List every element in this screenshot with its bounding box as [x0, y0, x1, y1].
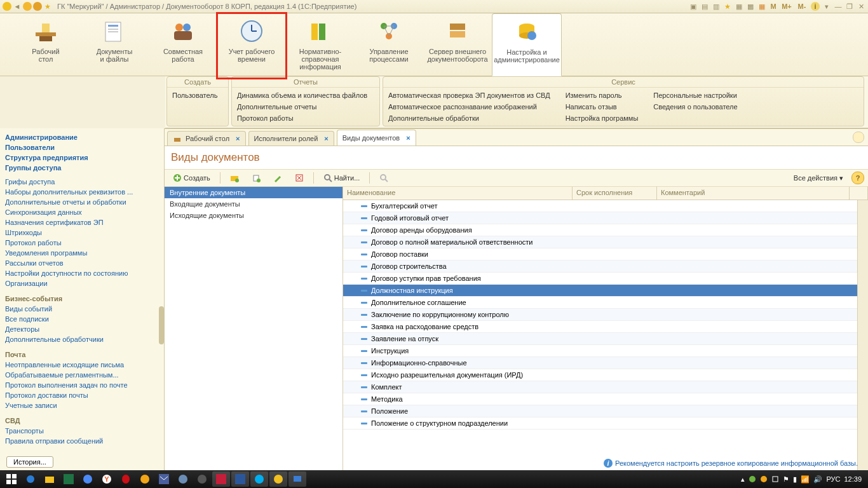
task-app1[interactable]: [174, 471, 192, 487]
grid-row[interactable]: Комплект: [343, 381, 868, 393]
calc-icon[interactable]: ▩: [746, 2, 755, 11]
ribbon-report-dynamics[interactable]: Динамика объема и количества файлов: [237, 90, 367, 100]
ribbon-report-additional[interactable]: Дополнительные отчеты: [237, 102, 367, 112]
tree-row-1[interactable]: Входящие документы: [165, 198, 342, 210]
back-icon[interactable]: ◄: [13, 2, 22, 11]
nav-item-8[interactable]: Рассылки отчетов: [3, 258, 161, 268]
nav-svd-0[interactable]: Транспорты: [3, 426, 161, 436]
task-app3[interactable]: [212, 471, 230, 487]
toolbar-icon-1[interactable]: ▣: [689, 2, 698, 11]
nav-mail-1[interactable]: Обрабатываемые регламентным...: [3, 370, 161, 380]
tray-volume-icon[interactable]: 🔊: [813, 475, 822, 484]
find-button[interactable]: Найти...: [319, 172, 365, 184]
nav-item-7[interactable]: Уведомления программы: [3, 248, 161, 258]
m-plus-button[interactable]: M+: [780, 2, 793, 11]
tab-roles[interactable]: Исполнители ролей ×: [248, 131, 334, 146]
nav-biz-1[interactable]: Все подписки: [3, 314, 161, 324]
nav-item-2[interactable]: Дополнительные отчеты и обработки: [3, 197, 161, 207]
grid-scrollbar[interactable]: [857, 200, 868, 488]
grid-row[interactable]: Договор строительства: [343, 261, 868, 273]
tab-roles-close[interactable]: ×: [324, 135, 328, 142]
section-process-management[interactable]: Управление процессами: [355, 13, 423, 76]
tray-wifi-icon[interactable]: 📶: [801, 475, 810, 484]
section-desktop[interactable]: Рабочий стол: [11, 13, 80, 76]
grid-row[interactable]: Должностная инструкция: [343, 285, 868, 297]
copy-button[interactable]: [247, 172, 265, 184]
folder-add-button[interactable]: [226, 172, 243, 184]
history-button[interactable]: История...: [6, 456, 53, 468]
nav-bold-3[interactable]: Группы доступа: [3, 163, 161, 173]
toolbar-icon-3[interactable]: ▥: [712, 2, 721, 11]
task-app2[interactable]: [193, 471, 211, 487]
grid-row[interactable]: Бухгалтерский отчет: [343, 200, 868, 212]
tray-up-icon[interactable]: ▴: [741, 475, 745, 484]
nav-bold-0[interactable]: Администрирование: [3, 132, 161, 142]
section-reference-info[interactable]: Нормативно-справочная информация: [286, 13, 355, 76]
grid-row[interactable]: Годовой итоговый отчет: [343, 212, 868, 224]
ribbon-svc-ocr[interactable]: Автоматическое распознавание изображений: [388, 102, 550, 112]
section-administration[interactable]: Настройка и администрирование: [492, 13, 562, 76]
create-button[interactable]: Создать: [168, 172, 215, 184]
m-button[interactable]: M: [769, 2, 778, 11]
ribbon-report-protocol[interactable]: Протокол работы: [237, 113, 367, 123]
tab-doc-types-close[interactable]: ×: [406, 134, 410, 142]
info-icon[interactable]: i: [811, 2, 820, 11]
grid-row[interactable]: Договор поставки: [343, 248, 868, 261]
all-actions-button[interactable]: Все действия▾: [789, 172, 848, 184]
task-skype[interactable]: [250, 471, 268, 487]
ribbon-svc-autosig[interactable]: Автоматическая проверка ЭП документов из…: [388, 90, 550, 100]
nav-item-9[interactable]: Настройки доступности по состоянию: [3, 268, 161, 278]
backup-info-bar[interactable]: i Рекомендуется настроить резервное копи…: [604, 459, 858, 468]
nav-mail-3[interactable]: Протокол доставки почты: [3, 390, 161, 400]
close-button[interactable]: ✕: [857, 2, 865, 11]
nav-mail-4[interactable]: Учетные записи: [3, 400, 161, 410]
ribbon-svc-processing[interactable]: Дополнительные обработки: [388, 113, 550, 123]
help-button[interactable]: ?: [851, 172, 864, 184]
nav-item-3[interactable]: Синхронизация данных: [3, 207, 161, 217]
nav-item-6[interactable]: Протокол работы: [3, 238, 161, 248]
nav-biz-2[interactable]: Детекторы: [3, 324, 161, 334]
grid-col-name[interactable]: Наименование: [343, 187, 573, 200]
task-chrome[interactable]: [79, 471, 97, 487]
nav-mail-2[interactable]: Протокол выполнения задач по почте: [3, 380, 161, 390]
nav-biz-0[interactable]: Виды событий: [3, 304, 161, 314]
ribbon-svc-userinfo[interactable]: Сведения о пользователе: [653, 102, 737, 112]
task-1c[interactable]: [269, 471, 287, 487]
nav-bold-1[interactable]: Пользователи: [3, 142, 161, 152]
task-excel[interactable]: [60, 471, 78, 487]
section-collaboration[interactable]: Совместная работа: [149, 13, 217, 76]
section-time-tracking[interactable]: Учет рабочего времени: [217, 13, 286, 76]
nav-item-0[interactable]: Грифы доступа: [3, 177, 161, 187]
grid-row[interactable]: Договор уступки прав требования: [343, 273, 868, 285]
nav-item-10[interactable]: Организации: [3, 278, 161, 288]
start-button[interactable]: [3, 471, 20, 487]
nav-svd-1[interactable]: Правила отправки сообщений: [3, 436, 161, 446]
grid-row[interactable]: Методика: [343, 393, 868, 405]
tray-cloud-icon[interactable]: [760, 475, 768, 483]
grid-row[interactable]: Исходно разрешительная документация (ИРД…: [343, 369, 868, 381]
task-mail[interactable]: [155, 471, 173, 487]
delete-button[interactable]: [290, 172, 308, 184]
section-external-server[interactable]: Сервер внешнего документооборота: [423, 13, 492, 76]
m-minus-button[interactable]: M-: [796, 2, 808, 11]
favorite-icon[interactable]: ★: [723, 2, 732, 11]
nav-mail-0[interactable]: Неотправленные исходящие письма: [3, 360, 161, 370]
grid-row[interactable]: Заключение по коррупционному контролю: [343, 309, 868, 321]
calendar-icon[interactable]: ▦: [757, 2, 766, 11]
grid-row[interactable]: Положение: [343, 405, 868, 417]
dropdown-icon[interactable]: ▾: [822, 2, 831, 11]
grid-row[interactable]: Информационно-справочные: [343, 357, 868, 369]
tab-desktop-close[interactable]: ×: [236, 135, 240, 142]
grid-col-comment[interactable]: Комментарий: [657, 187, 850, 200]
nav-biz-3[interactable]: Дополнительные обработчики: [3, 334, 161, 344]
ribbon-svc-passwd[interactable]: Изменить пароль: [566, 90, 639, 100]
task-rdp[interactable]: [288, 471, 306, 487]
nav-item-5[interactable]: Штрихкоды: [3, 227, 161, 238]
task-yandex[interactable]: Y: [98, 471, 116, 487]
tabs-dropdown-icon[interactable]: [853, 132, 864, 143]
task-word[interactable]: [231, 471, 249, 487]
task-ie[interactable]: [22, 471, 39, 487]
grid-row[interactable]: Договор аренды оборудования: [343, 224, 868, 236]
nav-item-4[interactable]: Назначения сертификатов ЭП: [3, 217, 161, 227]
tree-row-0[interactable]: Внутренние документы: [165, 187, 342, 198]
